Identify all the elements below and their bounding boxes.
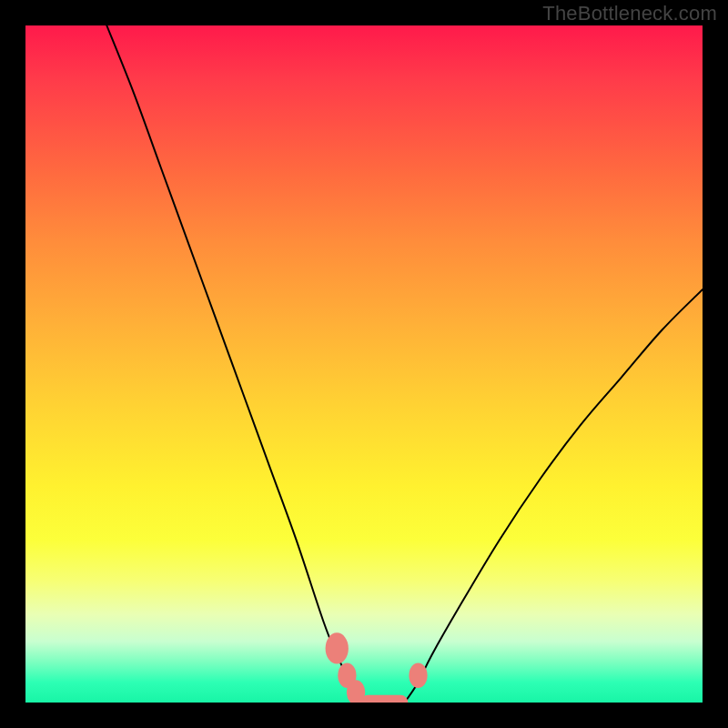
watermark-text: TheBottleneck.com: [542, 2, 717, 25]
plot-area: [25, 25, 703, 703]
series-group: [106, 25, 703, 703]
chart-svg: [25, 25, 703, 703]
outer-frame: TheBottleneck.com: [0, 0, 728, 728]
series-left-curve: [106, 25, 364, 703]
valley-bar: [360, 695, 408, 703]
series-right-curve: [405, 289, 703, 703]
marker-right-small: [409, 663, 427, 688]
marker-left-upper: [326, 632, 349, 663]
